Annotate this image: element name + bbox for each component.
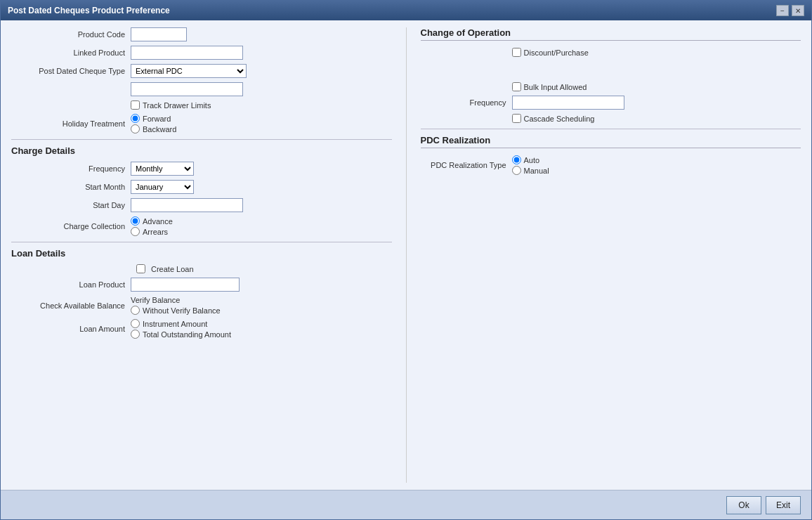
- create-loan-label: Create Loan: [151, 265, 194, 273]
- total-outstanding-row: Total Outstanding Amount: [131, 330, 231, 339]
- manual-radio-row: Manual: [512, 166, 549, 175]
- discount-purchase-label: Discount/Purchase: [524, 48, 589, 57]
- loan-product-input[interactable]: [131, 278, 240, 292]
- charge-freq-row: Frequency Monthly Weekly Daily Yearly: [11, 162, 392, 176]
- holiday-treatment-row: Holiday Treatment Forward Backward: [11, 114, 392, 134]
- create-loan-checkbox[interactable]: [136, 264, 145, 273]
- without-verify-label: Without Verify Balance: [143, 306, 221, 315]
- track-drawer-checkbox[interactable]: [131, 100, 140, 110]
- ok-button[interactable]: Ok: [726, 496, 761, 514]
- start-day-label: Start Day: [11, 201, 131, 209]
- exit-button[interactable]: Exit: [766, 496, 801, 514]
- pdc-type-row: Post Dated Cheque Type External PDC Inte…: [11, 64, 392, 78]
- forward-radio[interactable]: [131, 114, 140, 123]
- loan-details-title: Loan Details: [11, 248, 392, 259]
- total-outstanding-radio[interactable]: [131, 330, 140, 339]
- bulk-input-checkbox[interactable]: [512, 82, 521, 91]
- forward-radio-row: Forward: [131, 114, 176, 123]
- pdc-type-select[interactable]: External PDC Internal PDC: [131, 64, 247, 78]
- product-code-input[interactable]: [131, 27, 187, 41]
- main-window: Post Dated Cheques Product Preference − …: [0, 0, 812, 520]
- arrears-radio-row: Arrears: [131, 227, 173, 236]
- total-outstanding-label: Total Outstanding Amount: [143, 330, 231, 339]
- extra-input[interactable]: [131, 82, 243, 96]
- arrears-label: Arrears: [143, 228, 168, 236]
- auto-label: Auto: [524, 156, 540, 164]
- minimize-button[interactable]: −: [776, 5, 789, 16]
- charge-collection-group: Advance Arrears: [131, 216, 173, 236]
- manual-label: Manual: [524, 167, 549, 175]
- left-panel: Product Code Linked Product Post Dated C…: [11, 27, 406, 483]
- right-panel: Change of Operation Discount/Purchase Bu…: [406, 27, 801, 483]
- spacer-1: [421, 61, 801, 82]
- without-verify-radio[interactable]: [131, 306, 140, 315]
- linked-product-row: Linked Product: [11, 46, 392, 60]
- right-freq-input[interactable]: [512, 96, 624, 110]
- charge-freq-label: Frequency: [11, 164, 131, 173]
- instrument-amount-radio[interactable]: [131, 319, 140, 328]
- bulk-input-label: Bulk Input Allowed: [524, 83, 587, 91]
- start-day-row: Start Day: [11, 198, 392, 212]
- linked-product-input[interactable]: [131, 46, 243, 60]
- backward-label: Backward: [143, 125, 176, 134]
- product-code-row: Product Code: [11, 27, 392, 41]
- track-drawer-row: Track Drawer Limits: [11, 100, 392, 110]
- instrument-amount-row: Instrument Amount: [131, 319, 231, 328]
- create-loan-row: Create Loan: [136, 264, 392, 273]
- advance-label: Advance: [143, 217, 173, 226]
- arrears-radio[interactable]: [131, 227, 140, 236]
- loan-amount-group: Instrument Amount Total Outstanding Amou…: [131, 319, 231, 339]
- title-bar: Post Dated Cheques Product Preference − …: [1, 1, 811, 20]
- cascade-scheduling-row: Cascade Scheduling: [421, 114, 801, 123]
- advance-radio[interactable]: [131, 216, 140, 226]
- holiday-treatment-group: Forward Backward: [131, 114, 176, 134]
- content-area: Product Code Linked Product Post Dated C…: [1, 20, 811, 490]
- cascade-scheduling-label: Cascade Scheduling: [524, 115, 595, 123]
- check-balance-group: Verify Balance Without Verify Balance: [131, 296, 221, 315]
- charge-freq-select[interactable]: Monthly Weekly Daily Yearly: [131, 162, 194, 176]
- bulk-input-row: Bulk Input Allowed: [421, 82, 801, 91]
- right-divider: [421, 129, 801, 129]
- check-balance-label: Check Available Balance: [11, 301, 131, 310]
- pdc-type-label: Post Dated Cheque Type: [11, 67, 131, 75]
- holiday-treatment-label: Holiday Treatment: [11, 119, 131, 128]
- window-title: Post Dated Cheques Product Preference: [8, 6, 170, 15]
- divider-2: [11, 242, 392, 242]
- backward-radio-row: Backward: [131, 124, 176, 134]
- right-freq-label: Frequency: [421, 98, 512, 107]
- main-layout: Product Code Linked Product Post Dated C…: [11, 27, 801, 483]
- charge-collection-label: Charge Collection: [11, 222, 131, 230]
- backward-radio[interactable]: [131, 124, 140, 134]
- divider-1: [11, 139, 392, 140]
- pdc-realization-type-label: PDC Realization Type: [421, 161, 512, 169]
- start-month-select[interactable]: January February March April May June Ju…: [131, 180, 194, 194]
- advance-radio-row: Advance: [131, 216, 173, 226]
- verify-balance-label: Verify Balance: [131, 296, 180, 304]
- charge-details-title: Charge Details: [11, 145, 392, 156]
- linked-product-label: Linked Product: [11, 48, 131, 57]
- instrument-amount-label: Instrument Amount: [143, 320, 207, 328]
- without-verify-balance-row: Without Verify Balance: [131, 306, 221, 315]
- start-month-row: Start Month January February March April…: [11, 180, 392, 194]
- footer: Ok Exit: [1, 490, 811, 519]
- discount-purchase-row: Discount/Purchase: [421, 48, 801, 57]
- forward-label: Forward: [143, 115, 171, 123]
- loan-amount-row: Loan Amount Instrument Amount Total Outs…: [11, 319, 392, 339]
- extra-row: [11, 82, 392, 96]
- loan-product-label: Loan Product: [11, 280, 131, 289]
- product-code-label: Product Code: [11, 30, 131, 39]
- start-month-label: Start Month: [11, 183, 131, 191]
- auto-radio[interactable]: [512, 155, 521, 164]
- pdc-realization-group: Auto Manual: [512, 155, 549, 175]
- pdc-realization-type-row: PDC Realization Type Auto Manual: [421, 155, 801, 175]
- verify-balance-row: Verify Balance: [131, 296, 221, 304]
- change-of-operation-title: Change of Operation: [421, 27, 801, 41]
- auto-radio-row: Auto: [512, 155, 549, 164]
- cascade-scheduling-checkbox[interactable]: [512, 114, 521, 123]
- manual-radio[interactable]: [512, 166, 521, 175]
- title-bar-controls: − ✕: [776, 5, 804, 16]
- track-drawer-label: Track Drawer Limits: [143, 101, 211, 110]
- discount-purchase-checkbox[interactable]: [512, 48, 521, 57]
- start-day-input[interactable]: [131, 198, 243, 212]
- close-button[interactable]: ✕: [792, 5, 804, 16]
